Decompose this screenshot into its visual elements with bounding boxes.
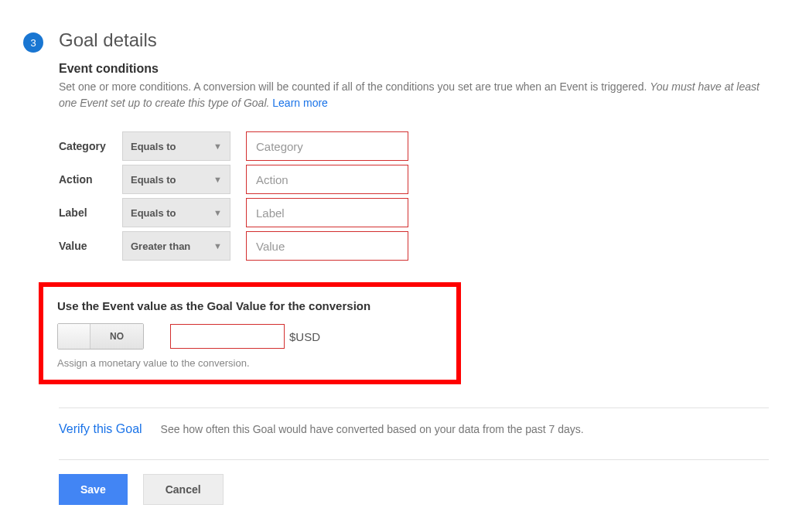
condition-label-value: Value bbox=[59, 240, 122, 252]
value-operator-dropdown[interactable]: Greater than ▼ bbox=[122, 231, 230, 261]
chevron-down-icon: ▼ bbox=[213, 142, 222, 151]
label-operator-dropdown[interactable]: Equals to ▼ bbox=[122, 198, 230, 227]
dropdown-value: Greater than bbox=[131, 240, 190, 252]
description: Set one or more conditions. A conversion… bbox=[59, 79, 769, 111]
verify-goal-link[interactable]: Verify this Goal bbox=[59, 422, 142, 436]
goal-value-input[interactable] bbox=[170, 324, 285, 349]
value-value-input[interactable] bbox=[246, 231, 408, 261]
goal-value-toggle[interactable]: NO bbox=[57, 323, 144, 350]
dropdown-value: Equals to bbox=[131, 174, 176, 186]
condition-label-label: Label bbox=[59, 206, 122, 219]
dropdown-value: Equals to bbox=[131, 141, 176, 152]
goal-value-title: Use the Event value as the Goal Value fo… bbox=[57, 299, 442, 312]
chevron-down-icon: ▼ bbox=[213, 241, 222, 251]
action-value-input[interactable] bbox=[246, 165, 408, 194]
save-button[interactable]: Save bbox=[59, 474, 128, 505]
action-operator-dropdown[interactable]: Equals to ▼ bbox=[122, 165, 230, 194]
page-title: Goal details bbox=[59, 29, 769, 51]
toggle-state-label: NO bbox=[90, 324, 143, 349]
divider bbox=[59, 459, 769, 460]
event-conditions-grid: Category Equals to ▼ Action Equals to ▼ … bbox=[59, 131, 769, 261]
goal-value-highlight: Use the Event value as the Goal Value fo… bbox=[39, 282, 461, 384]
section-title: Event conditions bbox=[59, 62, 769, 76]
currency-label: $USD bbox=[289, 330, 320, 343]
learn-more-link[interactable]: Learn more bbox=[272, 97, 328, 109]
toggle-knob bbox=[58, 324, 90, 349]
condition-label-action: Action bbox=[59, 173, 122, 186]
description-text: Set one or more conditions. A conversion… bbox=[59, 80, 650, 93]
condition-label-category: Category bbox=[59, 140, 122, 152]
label-value-input[interactable] bbox=[246, 198, 408, 227]
chevron-down-icon: ▼ bbox=[213, 208, 222, 217]
verify-goal-description: See how often this Goal would have conve… bbox=[161, 423, 584, 435]
category-operator-dropdown[interactable]: Equals to ▼ bbox=[122, 131, 230, 161]
chevron-down-icon: ▼ bbox=[213, 175, 222, 184]
goal-value-hint: Assign a monetary value to the conversio… bbox=[57, 357, 442, 369]
divider bbox=[59, 408, 769, 408]
dropdown-value: Equals to bbox=[131, 207, 176, 219]
step-badge: 3 bbox=[23, 32, 43, 53]
category-value-input[interactable] bbox=[246, 131, 408, 161]
cancel-button[interactable]: Cancel bbox=[143, 474, 224, 505]
